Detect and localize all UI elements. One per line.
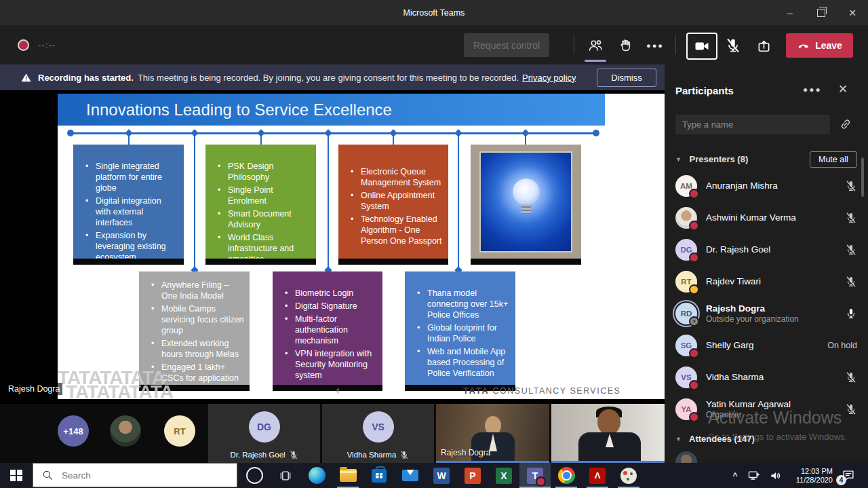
mic-muted-icon [399,450,409,459]
store-button[interactable] [363,463,395,488]
panel-more-icon[interactable]: ●●● [803,85,822,94]
acrobat-button[interactable]: Λ [582,463,613,488]
overflow-count-badge[interactable]: +148 [58,415,89,447]
participant-row[interactable]: SG Shelly Garg On hold [665,329,868,361]
powerpoint-button[interactable]: P [457,463,488,488]
tray-expand-icon[interactable]: ^ [727,471,743,481]
presence-busy-icon [689,348,699,358]
file-explorer-button[interactable] [332,463,363,488]
slide-box-bullets: Electronic Queue Management SystemOnline… [338,145,448,246]
toolbar-divider [675,35,676,54]
tile-name: Dr. Rajesh Goel [230,451,285,459]
slide-title: Innovations Leading to Service Excellenc… [58,94,605,126]
search-input[interactable] [60,470,212,481]
raise-hand-button[interactable] [612,35,639,56]
mic-on-icon[interactable] [845,307,857,320]
word-button[interactable]: W [426,463,457,488]
notification-count-badge: 4 [836,475,846,485]
privacy-policy-link[interactable]: Privacy policy [522,73,576,83]
recording-banner: Recording has started. This meeting is b… [0,64,665,90]
slide-box-queue-system: Electronic Queue Management SystemOnline… [338,145,448,265]
chrome-button[interactable] [551,463,582,488]
excel-button[interactable]: X [488,463,519,488]
participants-button[interactable] [582,35,609,56]
presentation-slide: Innovations Leading to Service Excellenc… [58,94,665,399]
audio-participant-photo-avatar[interactable] [110,415,141,447]
video-name-label: Rajesh Dogra [441,448,490,457]
mute-all-button[interactable]: Mute all [810,151,857,168]
presence-offline-icon: × [689,316,699,326]
powerpoint-icon: P [465,468,481,484]
video-tile[interactable] [551,404,665,463]
mic-muted-icon[interactable] [845,276,857,288]
minimize-button[interactable]: – [774,0,806,25]
task-view-button[interactable] [270,463,301,488]
store-icon [372,469,387,483]
restore-icon [817,9,825,17]
paint-button[interactable] [613,463,644,488]
connector-endpoint [67,130,74,136]
connector-line [70,132,597,134]
mic-muted-icon[interactable] [845,244,857,256]
mic-muted-icon[interactable] [845,212,857,224]
request-control-button[interactable]: Request control [464,33,549,57]
mic-toggle-button[interactable] [719,35,747,56]
attendees-section-header[interactable]: ▼ Attendees (147) [675,434,755,444]
copy-link-icon[interactable] [838,117,853,132]
presenters-section-header[interactable]: ▼ Presenters (8) [675,154,748,164]
taskbar-search-box[interactable] [33,463,237,487]
dismiss-button[interactable]: Dismiss [597,69,656,87]
avatar-photo [675,207,697,229]
close-button[interactable]: ✕ [837,0,868,25]
slide-box-psk-design: PSK Design PhilosophySingle Point Enrolm… [205,145,316,265]
taskbar-clock[interactable]: 12:03 PM 11/28/2020 [791,467,833,485]
cortana-button[interactable] [239,463,270,488]
avatar-speaking: RD× [675,303,697,324]
start-button[interactable] [0,463,33,488]
paint-icon [620,468,637,484]
action-center-button[interactable]: 4 [841,468,859,483]
camera-toggle-button[interactable] [686,33,717,60]
more-actions-button[interactable]: ●●● [642,35,669,56]
participant-row[interactable]: AM Anuranjan Mishra [665,170,868,202]
video-tile[interactable]: Rajesh Dogra [436,404,549,463]
warning-icon [20,72,32,83]
participant-tile[interactable]: VS Vidha Sharma [322,404,434,463]
audio-participant-avatar[interactable]: RT [164,415,195,447]
teams-button[interactable]: T [519,463,551,488]
chrome-icon [558,467,575,484]
avatar: VS [363,411,394,443]
windows-logo-icon [10,470,22,482]
participant-tile[interactable]: DG Dr. Rajesh Goel [208,404,320,463]
participant-name: Yatin Kumar Agarwal [706,399,836,409]
avatar: DG [249,411,280,443]
participant-search-input[interactable] [675,115,830,134]
box-shadow-bar [338,259,448,265]
task-view-icon [279,469,292,483]
participant-row[interactable]: VS Vidha Sharma [665,361,868,393]
presence-busy-icon [689,412,699,422]
restore-button[interactable] [806,0,837,25]
volume-icon[interactable] [769,469,783,483]
mail-icon [402,470,418,481]
participant-row[interactable]: DG Dr. Rajesh Goel [665,233,868,265]
mail-button[interactable] [395,463,426,488]
participant-row[interactable]: YA Yatin Kumar Agarwal Organizer [665,393,868,425]
mic-muted-icon[interactable] [845,371,857,383]
word-icon: W [433,468,450,484]
network-icon[interactable] [747,469,761,483]
banner-message: This meeting is being recorded. By joini… [138,73,519,83]
mic-muted-icon[interactable] [845,180,857,192]
share-button[interactable] [750,35,777,56]
participant-row[interactable]: Ashwini Kumar Verma [665,202,868,233]
edge-button[interactable] [301,463,332,488]
presenter-name-overlay: Rajesh Dogra [5,383,62,395]
tile-name: Vidha Sharma [347,451,397,459]
mic-muted-icon[interactable] [845,403,857,415]
windows-taskbar: W P X T Λ ^ 12:03 PM 11/28/2020 4 [0,463,868,488]
leave-button[interactable]: Leave [786,33,853,58]
participant-row[interactable]: RT Rajdev Tiwari [665,265,868,297]
participant-row-speaking[interactable]: RD× Rajesh Dogra Outside your organizati… [665,297,868,329]
avatar: VS [675,367,697,388]
panel-close-icon[interactable]: ✕ [838,82,848,96]
